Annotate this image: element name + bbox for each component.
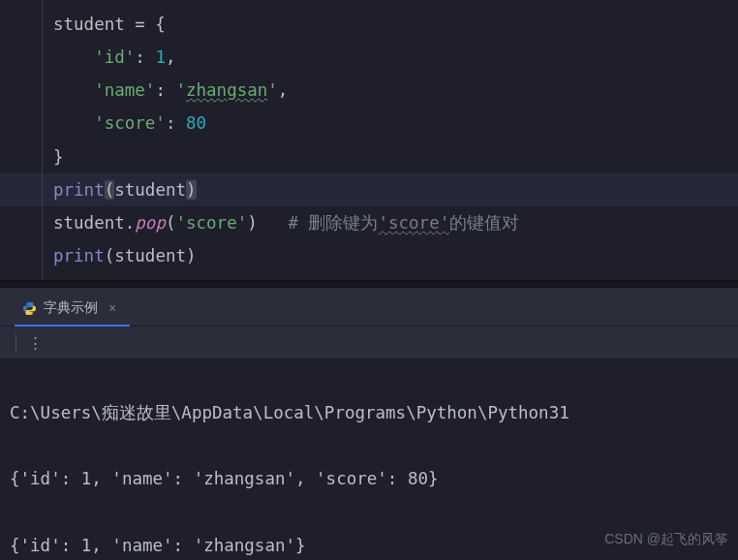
quote: ' <box>175 80 186 100</box>
quote: ' <box>267 80 278 100</box>
comment-text: 'score' <box>378 213 449 233</box>
punct: = { <box>125 15 166 34</box>
punct: : <box>155 80 175 100</box>
panel-divider[interactable] <box>0 280 738 288</box>
indent <box>53 47 94 67</box>
punct: , <box>166 47 176 67</box>
paren: ( <box>105 180 115 200</box>
code-line: 'score': 80 <box>0 107 738 140</box>
code-editor[interactable]: student = { 'id': 1, 'name': 'zhangsan',… <box>0 0 738 280</box>
method: pop <box>135 213 166 233</box>
paren: ) <box>186 180 197 200</box>
builtin-fn: print <box>53 180 105 200</box>
punct: : <box>166 113 186 133</box>
console-line: C:\Users\痴迷故里\AppData\Local\Programs\Pyt… <box>10 396 738 429</box>
variable: student <box>53 213 125 233</box>
python-icon <box>22 301 37 316</box>
string-key: 'name' <box>94 80 155 100</box>
comment-text: 删除键为 <box>308 213 378 233</box>
variable: student <box>53 15 125 34</box>
string: 'score' <box>175 213 247 233</box>
code-line: student = { <box>0 8 738 41</box>
code-line-current: print(student) <box>0 173 738 206</box>
punct: . <box>125 213 136 233</box>
run-tab-active[interactable]: 字典示例 × <box>15 292 130 327</box>
toolbar-separator <box>15 333 16 353</box>
number: 80 <box>186 113 206 133</box>
string-key: 'id' <box>94 47 135 67</box>
string-value: zhangsan <box>186 80 267 100</box>
variable: student <box>114 180 186 200</box>
paren: ) <box>247 213 258 233</box>
indent <box>53 80 94 100</box>
code-line: print(student) <box>0 239 738 272</box>
tab-label: 字典示例 <box>44 299 98 317</box>
code-line: 'id': 1, <box>0 41 738 74</box>
console-output[interactable]: C:\Users\痴迷故里\AppData\Local\Programs\Pyt… <box>0 359 738 560</box>
run-tab-bar: 字典示例 × <box>0 288 738 327</box>
code-line: } <box>0 140 738 173</box>
gutter-border <box>42 0 43 280</box>
more-icon[interactable]: ⋮ <box>28 334 43 352</box>
paren: ( <box>166 213 176 233</box>
code-line: 'name': 'zhangsan', <box>0 74 738 107</box>
punct: , <box>278 80 289 100</box>
builtin-fn: print <box>53 246 105 265</box>
console-line: {'id': 1, 'name': 'zhangsan', 'score': 8… <box>10 462 738 495</box>
close-icon[interactable]: × <box>108 300 116 316</box>
pad <box>258 213 289 233</box>
string-key: 'score' <box>94 113 166 133</box>
number: 1 <box>155 47 166 67</box>
paren: ) <box>186 246 197 265</box>
paren: ( <box>105 246 115 265</box>
indent <box>53 113 94 133</box>
comment-hash: # <box>288 213 308 233</box>
code-line: student.pop('score') # 删除键为'score'的键值对 <box>0 206 738 239</box>
watermark: CSDN @起飞的风筝 <box>604 531 728 548</box>
variable: student <box>114 246 186 265</box>
punct: : <box>135 47 155 67</box>
comment-text: 的键值对 <box>449 213 519 233</box>
run-toolbar: ⋮ <box>0 327 738 359</box>
punct: } <box>53 147 64 167</box>
